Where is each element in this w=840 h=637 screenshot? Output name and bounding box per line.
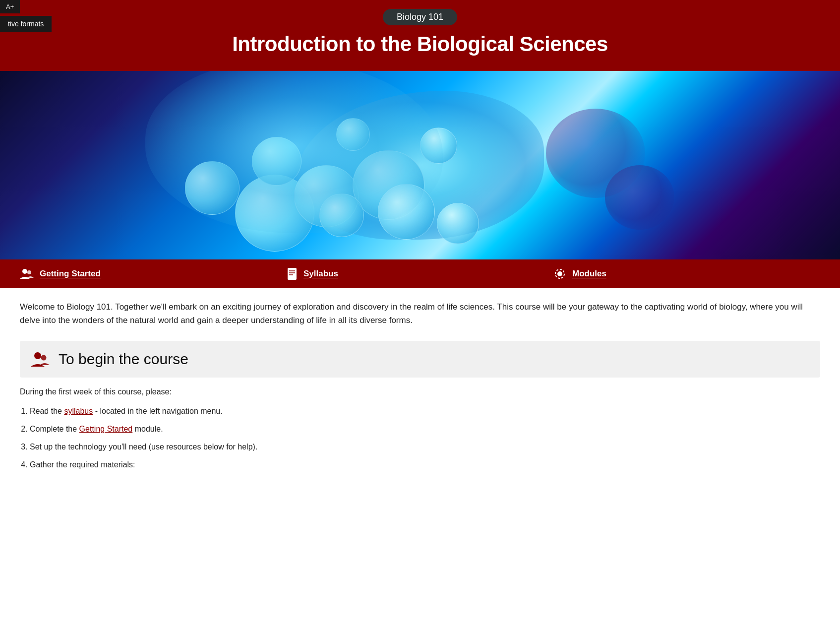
list-item: Set up the technology you'll need (use r… bbox=[30, 439, 820, 455]
begin-section-header: To begin the course bbox=[20, 341, 820, 378]
course-tag: Biology 101 bbox=[383, 9, 457, 25]
svg-point-8 bbox=[34, 352, 41, 359]
nav-syllabus[interactable]: Syllabus bbox=[287, 267, 553, 280]
first-week-text: During the first week of this course, pl… bbox=[20, 387, 820, 396]
formats-tooltip: tive formats bbox=[0, 16, 52, 32]
hero-bubbles bbox=[0, 71, 840, 259]
svg-point-1 bbox=[27, 270, 31, 274]
list-item: Gather the required materials: bbox=[30, 457, 820, 473]
svg-point-9 bbox=[41, 355, 47, 361]
main-content: Welcome to Biology 101. Together we'll e… bbox=[0, 288, 840, 487]
people-icon bbox=[20, 268, 34, 280]
a-plus-icon: A+ bbox=[6, 3, 14, 10]
nav-bar: Getting Started Syllabus Modules bbox=[0, 259, 840, 288]
corner-button[interactable]: A+ bbox=[0, 0, 20, 13]
svg-rect-2 bbox=[288, 268, 297, 280]
course-title: Introduction to the Biological Sciences bbox=[0, 32, 840, 61]
intro-text: Welcome to Biology 101. Together we'll e… bbox=[20, 300, 820, 327]
syllabus-link[interactable]: syllabus bbox=[64, 407, 93, 415]
svg-point-6 bbox=[557, 271, 562, 276]
list-item: Read the syllabus - located in the left … bbox=[30, 403, 820, 419]
header-bar: Biology 101 Introduction to the Biologic… bbox=[0, 0, 840, 71]
getting-started-link[interactable]: Getting Started bbox=[79, 425, 133, 433]
svg-point-0 bbox=[22, 269, 27, 274]
begin-section-title: To begin the course bbox=[59, 351, 188, 368]
settings-icon bbox=[553, 267, 566, 280]
nav-getting-started-label: Getting Started bbox=[40, 269, 101, 279]
nav-getting-started[interactable]: Getting Started bbox=[20, 268, 287, 280]
list-item: Complete the Getting Started module. bbox=[30, 421, 820, 437]
nav-modules[interactable]: Modules bbox=[553, 267, 820, 280]
document-icon bbox=[287, 267, 298, 280]
nav-modules-label: Modules bbox=[572, 269, 606, 279]
course-list: Read the syllabus - located in the left … bbox=[20, 403, 820, 473]
hero-image bbox=[0, 71, 840, 259]
nav-syllabus-label: Syllabus bbox=[303, 269, 338, 279]
begin-section-icon bbox=[30, 349, 51, 370]
